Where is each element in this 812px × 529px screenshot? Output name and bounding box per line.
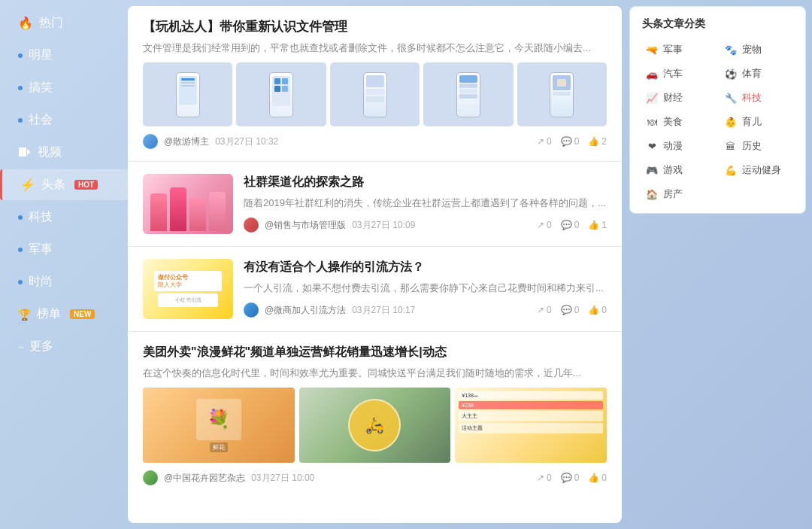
article-image-1c — [330, 62, 420, 126]
sidebar-item-more[interactable]: ··· 更多 — [0, 331, 128, 362]
share-action-3[interactable]: ↗ 0 — [537, 305, 552, 315]
like-icon-4: 👍 — [588, 473, 599, 483]
sidebar-label-rank: 榜单 — [37, 306, 61, 322]
author-avatar-4 — [143, 470, 158, 485]
comment-icon-2: 💬 — [561, 220, 572, 230]
sidebar-label-more: 更多 — [29, 339, 53, 354]
article-image-1b — [236, 62, 326, 126]
category-label-estate: 房产 — [663, 187, 683, 201]
category-label-fitness: 运动健身 — [742, 163, 781, 177]
video-icon — [18, 147, 32, 159]
author-avatar-3 — [244, 303, 259, 318]
article-actions-2: ↗ 0 💬 0 👍 1 — [537, 220, 607, 230]
comment-action-4[interactable]: 💬 0 — [561, 473, 580, 483]
article-title-1[interactable]: 【玩机达人】带你重新认识文件管理 — [143, 18, 607, 36]
article-date-1: 03月27日 10:32 — [215, 135, 278, 148]
category-label-food: 美食 — [663, 115, 683, 129]
sidebar-item-society[interactable]: 社会 — [0, 105, 128, 135]
feed-area: 【玩机达人】带你重新认识文件管理 文件管理是我们经常用到的，平常也就查找或者删除… — [128, 6, 622, 523]
category-baby[interactable]: 👶 育儿 — [721, 114, 794, 130]
category-military[interactable]: 🔫 军事 — [642, 41, 715, 58]
sidebar-label-hot: 热门 — [39, 15, 63, 31]
share-count-1: 0 — [547, 136, 552, 147]
sidebar-item-headlines[interactable]: ⚡ 头条 HOT — [0, 169, 128, 200]
category-label-military: 军事 — [663, 43, 683, 56]
article-actions-1: ↗ 0 💬 0 👍 2 — [537, 136, 607, 147]
comment-icon-4: 💬 — [561, 473, 572, 483]
new-badge: NEW — [70, 309, 95, 319]
article-actions-4: ↗ 0 💬 0 👍 0 — [537, 473, 607, 483]
hot-badge: HOT — [74, 180, 98, 190]
like-action-4[interactable]: 👍 0 — [588, 473, 607, 483]
comment-action-3[interactable]: 💬 0 — [561, 305, 580, 315]
category-label-history: 历史 — [742, 139, 762, 153]
article-meta-2: @销售与市场管理版 03月27日 10:09 ↗ 0 💬 — [244, 217, 607, 233]
category-anime[interactable]: ❤ 动漫 — [642, 138, 715, 154]
baby-cat-icon: 👶 — [724, 117, 738, 128]
category-label-game: 游戏 — [663, 163, 683, 177]
share-action-4[interactable]: ↗ 0 — [537, 473, 552, 483]
article-summary-3: 一个人引流，如果不想付费去引流，那么需要你静下心来自己花费时间和稀力来引... — [244, 281, 607, 296]
food-cat-icon: 🍽 — [645, 117, 659, 128]
more-icon: ··· — [18, 342, 23, 352]
sidebar-item-funny[interactable]: 搞笑 — [0, 72, 128, 103]
sidebar-item-video[interactable]: 视频 — [0, 137, 128, 168]
svg-rect-0 — [19, 147, 26, 157]
article-title-3[interactable]: 有没有适合个人操作的引流方法？ — [244, 259, 607, 275]
category-grid: 🔫 军事 🐾 宠物 🚗 汽车 ⚽ 体育 — [642, 41, 793, 202]
share-icon-3: ↗ — [537, 305, 544, 315]
category-label-car: 汽车 — [663, 67, 683, 81]
category-label-finance: 财经 — [663, 91, 683, 105]
like-action-3[interactable]: 👍 0 — [588, 305, 607, 315]
sidebar-item-rank[interactable]: 🏆 榜单 NEW — [0, 299, 128, 330]
category-fitness[interactable]: 💪 运动健身 — [721, 162, 794, 178]
dot-icon — [18, 248, 23, 252]
sidebar-label-fashion: 时尚 — [29, 274, 53, 290]
share-count-4: 0 — [547, 473, 552, 483]
category-label-anime: 动漫 — [663, 139, 683, 153]
sidebar-item-star[interactable]: 明星 — [0, 40, 128, 71]
sidebar-item-hot[interactable]: 🔥 热门 — [0, 8, 128, 38]
category-finance[interactable]: 📈 财经 — [642, 90, 715, 106]
author-avatar-2 — [244, 217, 259, 233]
category-pet[interactable]: 🐾 宠物 — [721, 41, 794, 58]
car-cat-icon: 🚗 — [645, 68, 659, 80]
category-food[interactable]: 🍽 美食 — [642, 114, 715, 130]
like-count-3: 0 — [601, 305, 607, 315]
dot-icon — [18, 53, 23, 58]
like-icon-2: 👍 — [588, 220, 599, 230]
like-action-1[interactable]: 👍 2 — [588, 136, 607, 147]
sidebar-item-fashion[interactable]: 时尚 — [0, 266, 128, 297]
article-title-4[interactable]: 美团外卖"浪漫鲜花"频道单独运营鲜花销量迅速增长|动态 — [143, 344, 607, 360]
share-icon-2: ↗ — [537, 220, 544, 230]
estate-cat-icon: 🏠 — [645, 189, 659, 200]
like-action-2[interactable]: 👍 1 — [588, 220, 607, 230]
sidebar-item-military[interactable]: 军事 — [0, 234, 128, 265]
category-history[interactable]: 🏛 历史 — [721, 138, 794, 154]
category-label-tech: 科技 — [742, 91, 762, 105]
content-area: 【玩机达人】带你重新认识文件管理 文件管理是我们经常用到的，平常也就查找或者删除… — [128, 6, 806, 523]
comment-count-2: 0 — [574, 220, 580, 230]
comment-count-3: 0 — [574, 305, 580, 315]
share-action-1[interactable]: ↗ 0 — [537, 136, 552, 147]
author-name-2: @销售与市场管理版 — [265, 219, 346, 232]
article-actions-3: ↗ 0 💬 0 👍 0 — [537, 305, 607, 315]
article-title-2[interactable]: 社群渠道化的探索之路 — [244, 174, 607, 190]
comment-action-1[interactable]: 💬 0 — [561, 136, 580, 147]
sidebar-item-tech[interactable]: 科技 — [0, 202, 128, 233]
sidebar-label-funny: 搞笑 — [29, 80, 53, 96]
category-game[interactable]: 🎮 游戏 — [642, 162, 715, 178]
category-sports[interactable]: ⚽ 体育 — [721, 65, 794, 82]
share-count-3: 0 — [547, 305, 552, 315]
category-tech[interactable]: 🔧 科技 — [721, 90, 794, 106]
comment-action-2[interactable]: 💬 0 — [561, 220, 580, 230]
share-action-2[interactable]: ↗ 0 — [537, 220, 552, 230]
article-meta-3: @微商加人引流方法 03月27日 10:17 ↗ 0 💬 — [244, 303, 607, 318]
like-icon: 👍 — [588, 136, 599, 147]
category-estate[interactable]: 🏠 房产 — [642, 186, 715, 202]
category-car[interactable]: 🚗 汽车 — [642, 65, 715, 82]
comment-count-1: 0 — [574, 136, 580, 147]
dot-icon — [18, 86, 23, 90]
lightning-icon: ⚡ — [20, 178, 35, 192]
comment-icon-3: 💬 — [561, 305, 572, 315]
